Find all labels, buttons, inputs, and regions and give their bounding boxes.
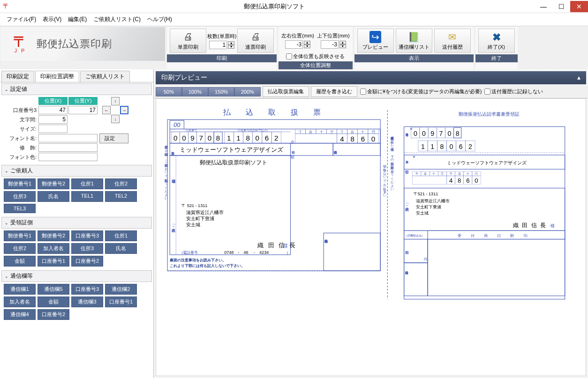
svg-rect-64 bbox=[333, 143, 380, 156]
svg-text:円: 円 bbox=[372, 130, 375, 133]
menu-file[interactable]: ファイル(F) bbox=[4, 15, 39, 24]
field-button[interactable]: 住所2 bbox=[4, 243, 36, 254]
svg-text:切り取らないでお出し下さい: 切り取らないでお出し下さい bbox=[383, 162, 387, 197]
field-button[interactable]: 郵便番号2 bbox=[38, 230, 69, 241]
field-button[interactable]: 金額 bbox=[4, 256, 36, 267]
section-requester-header[interactable]: ⌄ ご依頼人 bbox=[1, 165, 152, 177]
tab-pos-adjust[interactable]: 印刷位置調整 bbox=[35, 71, 79, 82]
close-button[interactable]: ✕ bbox=[570, 1, 588, 12]
send-history-button[interactable]: 送付履歴 bbox=[434, 29, 471, 53]
svg-text:6: 6 bbox=[361, 135, 365, 143]
arrow-right-button[interactable]: → bbox=[120, 106, 128, 114]
minimize-button[interactable]: — bbox=[535, 1, 552, 12]
zoom-200-button[interactable]: 200% bbox=[234, 87, 261, 96]
menu-edit[interactable]: 編集(E) bbox=[65, 15, 90, 24]
ud-spinner[interactable]: ▲▼ bbox=[339, 41, 346, 48]
field-button[interactable]: 口座番号1 bbox=[105, 296, 137, 307]
svg-text:各票の※印欄は、ご依頼人において記載してください。: 各票の※印欄は、ご依頼人において記載してください。 bbox=[165, 143, 168, 202]
field-button[interactable]: 住所1 bbox=[71, 178, 103, 189]
field-button[interactable]: 加入者名 bbox=[38, 243, 69, 254]
ud-pos-input[interactable] bbox=[321, 40, 339, 49]
field-button[interactable]: TEL3 bbox=[4, 204, 36, 213]
field-button[interactable]: 口座番号1 bbox=[38, 256, 69, 267]
zoom-50-button[interactable]: 50% bbox=[156, 87, 182, 96]
svg-text:0: 0 bbox=[208, 134, 211, 142]
preview-button[interactable]: プレビュー bbox=[357, 29, 394, 53]
field-button[interactable]: 金額 bbox=[38, 296, 69, 307]
field-button[interactable]: 郵便番号1 bbox=[4, 178, 36, 189]
svg-text:(消費税込み): (消費税込み) bbox=[407, 234, 422, 237]
field-button[interactable]: 住所3 bbox=[4, 191, 36, 202]
preview-icon bbox=[369, 31, 381, 44]
svg-text:ご依頼人: ご依頼人 bbox=[405, 200, 409, 212]
field-button[interactable]: 氏名 bbox=[105, 243, 137, 254]
zoom-100-button[interactable]: 100% bbox=[182, 87, 208, 96]
lr-pos-input[interactable] bbox=[285, 40, 303, 49]
tab-client-list[interactable]: ご依頼人リスト bbox=[80, 71, 130, 82]
size-input[interactable] bbox=[38, 125, 68, 133]
tsushin-list-button[interactable]: 通信欄リスト bbox=[396, 29, 432, 53]
maximize-button[interactable]: ☐ bbox=[552, 1, 570, 12]
write-history-button[interactable]: 履歴を書き込む bbox=[311, 86, 357, 97]
menu-view[interactable]: 表示(V) bbox=[40, 15, 64, 24]
single-print-button[interactable]: 単票印刷 bbox=[170, 29, 206, 53]
field-button[interactable]: 口座番号3 bbox=[71, 284, 103, 295]
svg-text:〒521 - 1311: 〒521 - 1311 bbox=[414, 192, 438, 196]
field-button[interactable]: 郵便番号1 bbox=[4, 230, 36, 241]
field-button[interactable]: 通信欄1 bbox=[4, 284, 36, 295]
tab-print-settings[interactable]: 印刷設定 bbox=[1, 71, 34, 82]
svg-text:千: 千 bbox=[299, 130, 302, 133]
svg-text:金額: 金額 bbox=[405, 170, 409, 174]
field-button[interactable]: 住所3 bbox=[71, 243, 103, 254]
pos-x-input[interactable] bbox=[38, 106, 68, 114]
field-button[interactable]: 住所1 bbox=[105, 230, 137, 241]
pos-y-input[interactable] bbox=[68, 106, 98, 114]
svg-text:百: 百 bbox=[309, 130, 312, 133]
svg-text:特殊取扱: 特殊取扱 bbox=[405, 271, 408, 274]
edit-form-button[interactable]: 払込取扱票編集 bbox=[263, 86, 309, 97]
window-title: 郵便払込票印刷ソフト bbox=[14, 2, 535, 11]
section-tsushin-header[interactable]: ⌄ 通信欄等 bbox=[1, 270, 152, 282]
preview-canvas[interactable]: 払 込 取 扱 票00口座番号口座番号(右詰めで記入)009708118062金… bbox=[156, 98, 586, 376]
reflect-all-checkbox[interactable] bbox=[286, 53, 292, 59]
decoration-input[interactable] bbox=[38, 143, 98, 152]
field-button[interactable]: 通信欄3 bbox=[71, 296, 103, 307]
exit-button[interactable]: 終了(X) bbox=[478, 29, 515, 53]
field-button[interactable]: TEL2 bbox=[105, 191, 137, 202]
field-button[interactable]: 口座番号2 bbox=[71, 256, 103, 267]
font-color-input[interactable] bbox=[38, 153, 98, 161]
field-button[interactable]: 口座番号3 bbox=[71, 230, 103, 241]
field-button[interactable]: 氏名 bbox=[38, 191, 69, 202]
section-receipt-header[interactable]: ⌄ 受領証側 bbox=[1, 217, 152, 229]
field-button[interactable]: 口座番号2 bbox=[38, 309, 69, 320]
field-button[interactable]: 住所2 bbox=[105, 178, 137, 189]
lr-spinner[interactable]: ▲▼ bbox=[304, 41, 310, 48]
field-button[interactable]: 通信欄2 bbox=[105, 284, 137, 295]
record-history-checkbox[interactable] bbox=[484, 89, 490, 95]
char-spacing-input[interactable] bbox=[38, 115, 68, 124]
menu-client-list[interactable]: ご依頼人リスト(C) bbox=[90, 15, 143, 24]
copies-spinner[interactable]: ▲▼ bbox=[228, 41, 234, 49]
arrow-up-button[interactable]: ↑ bbox=[111, 97, 120, 105]
font-input[interactable] bbox=[38, 134, 98, 142]
field-button[interactable]: 通信欄4 bbox=[4, 309, 36, 320]
svg-text:9: 9 bbox=[190, 134, 194, 142]
preview-collapse-button[interactable]: ▴ bbox=[577, 74, 580, 82]
section-settings-header[interactable]: ⌄ 設定値 bbox=[1, 83, 152, 95]
field-button[interactable]: 郵便番号2 bbox=[38, 178, 69, 189]
zoom-150-button[interactable]: 150% bbox=[208, 87, 234, 96]
field-button[interactable]: TEL1 bbox=[71, 191, 103, 202]
arrow-down-button[interactable]: ↓ bbox=[111, 115, 120, 123]
yen-checkbox[interactable] bbox=[360, 89, 366, 95]
copies-input[interactable] bbox=[209, 41, 227, 49]
svg-text:6: 6 bbox=[459, 143, 463, 150]
field-button[interactable]: 加入者名 bbox=[4, 296, 36, 307]
field-button[interactable]: 通信欄5 bbox=[38, 284, 69, 295]
menu-help[interactable]: ヘルプ(H) bbox=[144, 15, 175, 24]
continuous-print-button[interactable]: 連票印刷 bbox=[237, 29, 274, 53]
group-print-label: 印刷 bbox=[167, 54, 277, 62]
set-button[interactable]: 設定 bbox=[99, 133, 128, 143]
svg-text:口座番号(右詰めで記入): 口座番号(右詰めで記入) bbox=[238, 128, 268, 132]
svg-text:1: 1 bbox=[430, 143, 434, 150]
arrow-left-button[interactable]: ← bbox=[102, 106, 111, 114]
